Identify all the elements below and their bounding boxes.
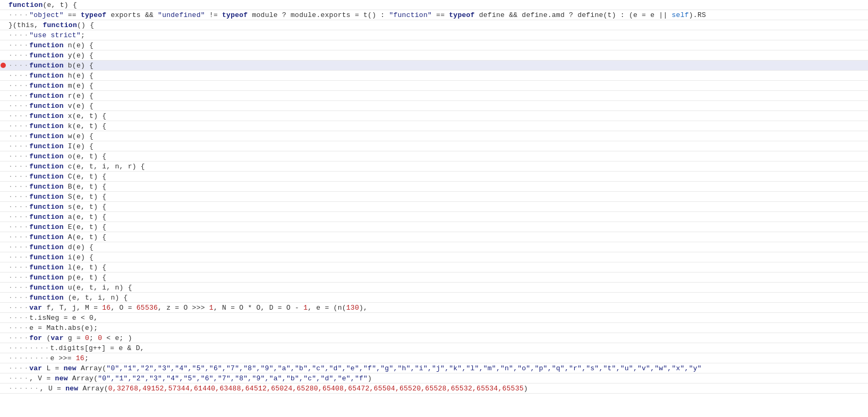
line-content-1: function(e, t) { <box>6 1 77 9</box>
code-line-34: ····for (var g = 0; 0 < e; ) <box>0 333 868 343</box>
line-content-32: ····t.isNeg = e < 0, <box>6 314 98 322</box>
code-line-22: ····function a(e, t) { <box>0 212 868 222</box>
keyword-function: function <box>8 1 43 9</box>
code-line-10: ····function r(e) { <box>0 91 868 101</box>
code-line-24: ····function A(e, t) { <box>0 232 868 242</box>
code-viewer: function(e, t) { ····"object" == typeof … <box>0 0 868 417</box>
code-line-7: ····function b(e) { <box>0 61 868 71</box>
line-content-2: ····"object" == typeof exports && "undef… <box>6 11 706 19</box>
line-content-38: ····, V = new Array("0","1","2","3","4",… <box>6 375 372 382</box>
line-content-36: ········e >>= 16; <box>6 354 89 362</box>
code-line-31: ····var f, T, j, M = 16, O = 65536, z = … <box>0 303 868 313</box>
code-line-6: ····function y(e) { <box>0 50 868 61</box>
line-content-30: ····function (e, t, i, n) { <box>6 294 128 302</box>
line-content-17: ····function c(e, t, i, n, r) { <box>6 163 145 171</box>
code-line-32: ····t.isNeg = e < 0, <box>0 313 868 323</box>
breakpoint-dot-7 <box>1 63 6 68</box>
code-line-5: ····function n(e) { <box>0 40 868 50</box>
code-line-17: ····function c(e, t, i, n, r) { <box>0 161 868 172</box>
line-content-26: ····function i(e) { <box>6 253 93 261</box>
code-line-39: ······, U = new Array(0,32768,49152,5734… <box>0 384 868 394</box>
code-line-28: ····function p(e, t) { <box>0 273 868 283</box>
line-content-31: ····var f, T, j, M = 16, O = 65536, z = … <box>6 304 368 312</box>
line-content-6: ····function y(e) { <box>6 52 93 59</box>
code-line-2: ····"object" == typeof exports && "undef… <box>0 10 868 20</box>
code-line-30: ····function (e, t, i, n) { <box>0 293 868 303</box>
code-line-25: ····function d(e) { <box>0 242 868 252</box>
line-content-13: ····function k(e, t) { <box>6 122 106 130</box>
line-content-21: ····function s(e, t) { <box>6 203 106 211</box>
code-line-19: ····function B(e, t) { <box>0 182 868 192</box>
line-content-7: ····function b(e) { <box>6 62 93 70</box>
line-content-3: }(this, function() { <box>6 21 94 29</box>
code-line-37: ····var L = new Array("0","1","2","3","4… <box>0 363 868 373</box>
code-line-4: ····"use strict"; <box>0 30 868 40</box>
code-line-35: ········t.digits[g++] = e & D, <box>0 343 868 353</box>
line-content-39: ······, U = new Array(0,32768,49152,5734… <box>6 385 528 393</box>
line-content-24: ····function A(e, t) { <box>6 233 106 241</box>
code-line-9: ····function m(e) { <box>0 81 868 91</box>
code-line-14: ····function w(e) { <box>0 131 868 141</box>
line-content-9: ····function m(e) { <box>6 82 93 90</box>
line-content-28: ····function p(e, t) { <box>6 274 106 282</box>
breakpoint-area-7[interactable] <box>0 63 6 68</box>
line-content-20: ····function S(e, t) { <box>6 193 106 201</box>
line-content-11: ····function v(e) { <box>6 102 93 110</box>
line-content-23: ····function E(e, t) { <box>6 223 106 231</box>
line-content-29: ····function u(e, t, i, n) { <box>6 284 132 292</box>
line-content-16: ····function o(e, t) { <box>6 152 106 160</box>
line-content-14: ····function w(e) { <box>6 132 93 140</box>
code-line-26: ····function i(e) { <box>0 252 868 262</box>
code-line-1: function(e, t) { <box>0 0 868 10</box>
code-line-36: ········e >>= 16; <box>0 353 868 363</box>
line-content-15: ····function I(e) { <box>6 142 93 150</box>
line-content-27: ····function l(e, t) { <box>6 263 106 271</box>
line-content-25: ····function d(e) { <box>6 243 93 251</box>
code-line-33: ····e = Math.abs(e); <box>0 323 868 333</box>
code-line-16: ····function o(e, t) { <box>0 151 868 161</box>
line-content-22: ····function a(e, t) { <box>6 213 106 221</box>
code-line-20: ····function S(e, t) { <box>0 192 868 202</box>
line-content-5: ····function n(e) { <box>6 41 93 49</box>
line-content-10: ····function r(e) { <box>6 92 93 100</box>
code-line-13: ····function k(e, t) { <box>0 121 868 131</box>
code-line-23: ····function E(e, t) { <box>0 222 868 232</box>
code-line-3: }(this, function() { <box>0 20 868 30</box>
line-content-35: ········t.digits[g++] = e & D, <box>6 344 144 352</box>
code-line-18: ····function C(e, t) { <box>0 172 868 182</box>
line-content-18: ····function C(e, t) { <box>6 173 106 181</box>
code-line-21: ····function s(e, t) { <box>0 202 868 212</box>
code-line-12: ····function x(e, t) { <box>0 111 868 121</box>
line-content-34: ····for (var g = 0; 0 < e; ) <box>6 334 132 342</box>
line-content-4: ····"use strict"; <box>6 31 85 39</box>
code-line-11: ····function v(e) { <box>0 101 868 111</box>
line-content-33: ····e = Math.abs(e); <box>6 324 98 332</box>
code-line-8: ····function h(e) { <box>0 71 868 81</box>
line-content-37: ····var L = new Array("0","1","2","3","4… <box>6 364 702 372</box>
code-line-27: ····function l(e, t) { <box>0 262 868 273</box>
code-line-15: ····function I(e) { <box>0 141 868 151</box>
line-content-12: ····function x(e, t) { <box>6 112 106 120</box>
code-line-29: ····function u(e, t, i, n) { <box>0 283 868 293</box>
line-content-8: ····function h(e) { <box>6 72 93 80</box>
code-line-38: ····, V = new Array("0","1","2","3","4",… <box>0 373 868 384</box>
line-content-19: ····function B(e, t) { <box>6 183 106 191</box>
